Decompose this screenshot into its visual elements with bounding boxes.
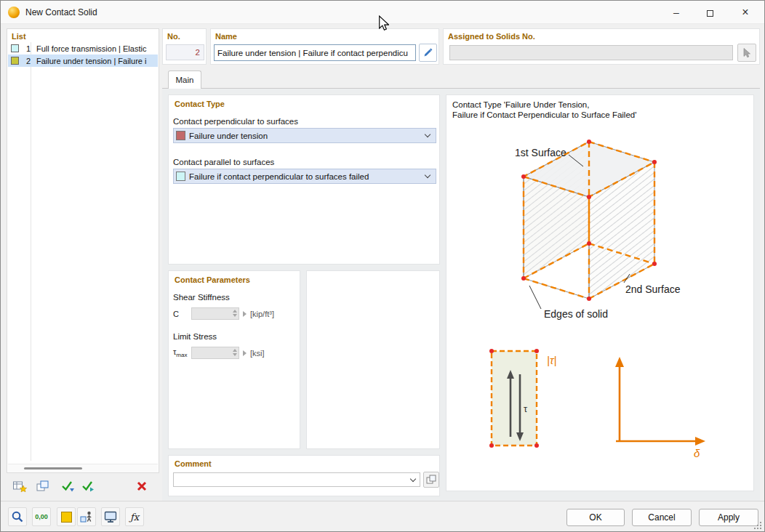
scrollbar-thumb[interactable]	[24, 467, 82, 469]
list-header: List	[12, 32, 26, 41]
maximize-button[interactable]	[693, 1, 726, 24]
contact-parameters-section: Contact Parameters Shear Stiffness C [ki…	[168, 270, 300, 449]
dialog-new-contact-solid: New Contact Solid – × List 1 Full force …	[0, 0, 765, 532]
perpendicular-contact-select[interactable]: Failure under tension	[173, 128, 436, 143]
shear-slab	[492, 351, 537, 446]
no-label: No.	[167, 32, 180, 41]
diagram-title-line2: Failure if Contact Perpendicular to Surf…	[452, 110, 636, 120]
assigned-pick-button	[737, 44, 756, 62]
list-item-label: Failure under tension | Failure i	[36, 57, 158, 65]
first-surface-label: 1st Surface	[515, 147, 566, 158]
parallel-contact-select[interactable]: Failure if contact perpendicular to surf…	[173, 169, 436, 184]
option-color-swatch	[176, 131, 185, 140]
magnifier-icon	[11, 510, 24, 523]
list-panel: List 1 Full force transmission | Elastic…	[7, 28, 159, 473]
list-item[interactable]: 1 Full force transmission | Elastic	[8, 42, 158, 55]
tau-max-symbol: τmax	[173, 347, 188, 358]
shear-stiffness-label: Shear Stiffness	[173, 293, 230, 302]
contact-parameters-title: Contact Parameters	[175, 275, 250, 284]
c-unit: [kip/ft³]	[250, 310, 274, 318]
spin-up-icon	[233, 349, 237, 352]
check-arrow-icon	[60, 479, 75, 493]
close-button[interactable]: ×	[726, 1, 764, 24]
list-item-selected[interactable]: 2 Failure under tension | Failure i	[8, 55, 158, 67]
contact-type-section: Contact Type Contact perpendicular to su…	[168, 94, 440, 265]
detail-arrow-icon	[243, 350, 247, 356]
selected-option-label: Failure if contact perpendicular to surf…	[189, 172, 369, 181]
pencil-icon	[422, 47, 433, 58]
comment-select[interactable]	[173, 472, 420, 487]
tau-arrow-label: τ	[524, 403, 528, 414]
no-group: No. 2	[162, 28, 207, 65]
delete-x-icon	[135, 480, 148, 493]
tau-max-spinner	[191, 347, 239, 359]
footer: 0,00 ƒx OK Cancel Apply	[1, 501, 764, 532]
copy-tables-icon	[36, 479, 50, 493]
apply-check-button[interactable]	[59, 477, 76, 495]
color-swatch	[11, 57, 19, 65]
name-group: Name	[210, 28, 439, 65]
content-area: Contact Type Contact perpendicular to su…	[162, 88, 760, 501]
tab-main[interactable]: Main	[168, 70, 201, 89]
limit-stress-row: τmax [ksi]	[173, 347, 265, 359]
decimal-places-icon: 0,00	[35, 513, 48, 520]
spin-down-icon	[233, 314, 237, 317]
minimize-icon: –	[673, 7, 679, 18]
list-item-number: 1	[21, 44, 31, 53]
contact-solid-list: 1 Full force transmission | Elastic 2 Fa…	[8, 42, 158, 67]
formula-button[interactable]: ƒx	[125, 507, 144, 526]
tau-axis-label: |τ|	[547, 354, 556, 366]
delta-axis-label: δ	[694, 447, 700, 459]
apply-all-check-button[interactable]	[79, 477, 97, 495]
c-spinner	[191, 307, 239, 320]
minimize-button[interactable]: –	[660, 1, 693, 24]
select-objects-button[interactable]	[77, 507, 96, 526]
delete-item-button[interactable]	[133, 477, 151, 495]
copy-item-button[interactable]	[34, 477, 52, 495]
list-column-divider	[31, 42, 31, 461]
axes	[616, 364, 698, 441]
color-scheme-button[interactable]	[57, 507, 76, 526]
assigned-group: Assigned to Solids No.	[443, 28, 760, 65]
display-settings-button[interactable]	[101, 507, 120, 526]
no-value: 2	[166, 44, 204, 60]
comment-copy-button[interactable]	[423, 472, 439, 488]
maximize-icon	[707, 10, 713, 17]
comment-title: Comment	[175, 459, 212, 468]
app-icon	[8, 7, 20, 18]
resize-grip[interactable]	[754, 522, 762, 530]
diagram-panel: Contact Type 'Failure Under Tension, Fai…	[446, 94, 754, 491]
ok-button[interactable]: OK	[566, 509, 625, 526]
tab-strip: Main	[162, 68, 760, 89]
name-input[interactable]	[214, 44, 416, 61]
detail-arrow-icon	[243, 311, 247, 317]
c-symbol: C	[173, 310, 188, 318]
decimal-places-button[interactable]: 0,00	[32, 507, 51, 526]
name-label: Name	[215, 32, 237, 41]
find-button[interactable]	[8, 507, 27, 526]
perpendicular-label: Contact perpendicular to surfaces	[173, 117, 298, 126]
new-item-button[interactable]	[11, 477, 28, 495]
apply-button[interactable]: Apply	[699, 509, 758, 526]
spin-down-icon	[233, 353, 237, 356]
chevron-down-icon	[425, 132, 430, 137]
window-title: New Contact Solid	[25, 1, 97, 24]
list-item-label: Full force transmission | Elastic	[36, 44, 158, 53]
copy-icon	[425, 474, 437, 485]
tau-max-unit: [ksi]	[250, 349, 265, 358]
cancel-button[interactable]: Cancel	[632, 509, 692, 526]
titlebar: New Contact Solid – ×	[1, 1, 764, 24]
monitor-icon	[104, 510, 117, 523]
auxiliary-panel	[306, 270, 440, 449]
diagram-title: Contact Type 'Failure Under Tension, Fai…	[452, 100, 636, 120]
color-swatch	[11, 44, 19, 52]
list-horizontal-scrollbar[interactable]	[8, 464, 158, 472]
check-list-icon	[81, 479, 95, 493]
parallel-label: Contact parallel to surfaces	[173, 158, 274, 166]
chevron-down-icon	[410, 475, 416, 481]
list-toolbar	[7, 476, 159, 498]
person-select-icon	[80, 510, 93, 523]
comment-section: Comment	[168, 455, 440, 496]
chevron-down-icon	[425, 172, 430, 178]
name-edit-button[interactable]	[419, 44, 437, 62]
